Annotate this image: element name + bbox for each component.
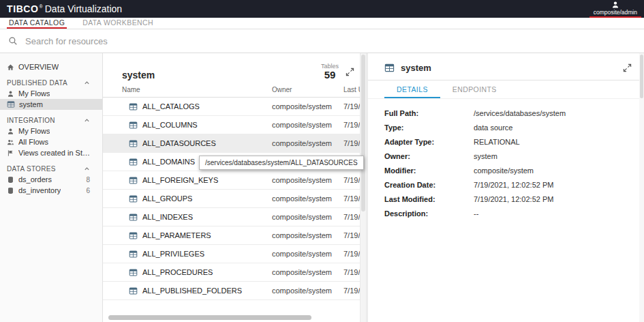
detail-field: Full Path: /services/databases/system [384,109,628,117]
item-count: 8 [86,176,90,184]
row-owner: composite/system [272,287,343,295]
registered-mark: ® [40,4,43,9]
detail-fields: Full Path: /services/databases/system Ty… [368,99,644,218]
field-value: -- [474,209,478,218]
detail-title: system [401,63,431,73]
table-row[interactable]: ALL_PRIVILEGES composite/system 7/19/ [103,245,360,263]
vertical-scrollbar[interactable] [360,53,366,322]
sidebar-section-published-data[interactable]: PUBLISHED DATA [0,77,102,88]
table-icon [129,231,138,240]
row-last-updated: 7/19/ [343,231,360,239]
section-label: PUBLISHED DATA [7,79,67,87]
sidebar-item-my-flows-integration[interactable]: My Flows [0,126,102,136]
vertical-scrollbar-thumb[interactable] [361,55,365,211]
row-last-updated: 7/19/ [343,194,360,203]
sidebar-item-label: Views created in Studio [18,149,90,157]
row-owner: composite/system [272,268,343,276]
row-name: ALL_PARAMETERS [142,231,211,239]
row-owner: composite/system [272,250,343,258]
user-name: composite/admin [594,9,637,16]
table-icon [129,194,138,203]
column-headers: Name Owner Last Up [103,82,360,98]
tab-data-catalog[interactable]: DATA CATALOG [7,18,67,29]
table-row[interactable]: ALL_COLUMNS composite/system 7/19/ [103,116,360,134]
horizontal-scrollbar-thumb[interactable] [108,315,311,320]
detail-header: system [368,53,644,80]
row-last-updated: 7/19/ [343,176,360,184]
search-icon [8,36,18,46]
sidebar-item-overview[interactable]: OVERVIEW [0,61,102,72]
expand-icon[interactable] [344,66,356,78]
path-tooltip: /services/databases/system/ALL_DATASOURC… [199,156,364,170]
table-row[interactable]: ALL_CATALOGS composite/system 7/19/ [103,98,360,116]
detail-panel: system DETAILS ENDPOINTS Full Path: /ser… [368,53,644,322]
table-row[interactable]: ALL_GROUPS composite/system 7/19/ [103,190,360,208]
sidebar-item-all-flows[interactable]: All Flows [0,136,102,147]
expand-icon[interactable] [622,62,633,74]
table-row[interactable]: ALL_INDEXES composite/system 7/19/ [103,208,360,226]
detail-tabs: DETAILS ENDPOINTS [368,80,644,99]
tab-endpoints[interactable]: ENDPOINTS [440,80,509,98]
tab-details[interactable]: DETAILS [384,80,440,98]
detail-field: Last Modified: 7/19/2021, 12:02:52 PM [384,195,628,203]
section-label: DATA STORES [7,165,56,173]
detail-field: Owner: system [384,152,628,160]
sidebar-item-system[interactable]: system [0,99,102,110]
list-meta: Tables 59 [321,63,356,80]
brand-product: Data Virtualization [45,3,122,14]
tab-data-workbench[interactable]: DATA WORKBENCH [80,18,155,29]
detail-scrollbar[interactable] [639,53,644,322]
sidebar-section-integration[interactable]: INTEGRATION [0,115,102,126]
field-value: composite/system [474,166,534,175]
table-row[interactable]: ALL_DATASOURCES composite/system 7/19/ [103,134,360,153]
sidebar-item-views-created-in-studio[interactable]: Views created in Studio [0,147,102,158]
flag-icon [7,149,14,157]
row-last-updated: 7/19/ [343,268,360,276]
table-row[interactable]: ALL_PARAMETERS composite/system 7/19/ [103,226,360,245]
table-icon [129,102,138,111]
row-owner: composite/system [272,121,343,129]
field-label: Adapter Type: [384,138,474,146]
user-menu[interactable]: composite/admin [589,1,641,18]
field-value: RELATIONAL [474,138,520,146]
user-icon [611,1,619,9]
row-name: ALL_PUBLISHED_FOLDERS [142,287,242,295]
column-header-name[interactable]: Name [122,86,272,93]
table-row[interactable]: ALL_PROCEDURES composite/system 7/19/ [103,263,360,282]
sidebar-item-label: All Flows [18,138,48,146]
list-title: system [122,70,155,80]
detail-field: Description: -- [384,209,628,218]
brand-logo: TIBCO ® Data Virtualization [7,3,122,14]
field-value: 7/19/2021, 12:02:52 PM [474,181,553,189]
field-label: Owner: [384,152,474,160]
search-input[interactable] [24,35,636,47]
row-last-updated: 7/19/ [343,139,360,147]
table-row[interactable]: ALL_FOREIGN_KEYS composite/system 7/19/ [103,171,360,190]
column-header-last-updated[interactable]: Last Up [343,86,360,93]
detail-field: Creation Date: 7/19/2021, 12:02:52 PM [384,181,628,189]
sidebar-item-ds-orders[interactable]: ds_orders 8 [0,174,102,185]
table-list-panel: system Tables 59 Name Owner Last Up [103,53,366,322]
detail-scrollbar-thumb[interactable] [640,55,643,98]
table-row[interactable]: ALL_PUBLISHED_FOLDERS composite/system 7… [103,282,360,300]
sidebar-item-label: ds_inventory [18,186,61,194]
content-area: OVERVIEW PUBLISHED DATA My Flows system … [0,53,644,322]
sidebar-item-my-flows-published[interactable]: My Flows [0,88,102,99]
row-owner: composite/system [272,102,343,111]
table-icon [129,158,138,166]
sidebar-item-label: My Flows [18,89,50,98]
row-name: ALL_INDEXES [142,213,193,221]
sidebar-item-label: My Flows [18,127,50,135]
field-label: Creation Date: [384,181,474,189]
person-icon [7,128,14,135]
field-label: Description: [384,209,474,218]
section-label: INTEGRATION [7,117,55,124]
sidebar-item-ds-inventory[interactable]: ds_inventory 6 [0,185,102,196]
sidebar-section-data-stores[interactable]: DATA STORES [0,163,102,174]
column-header-owner[interactable]: Owner [272,86,343,93]
row-owner: composite/system [272,194,343,203]
list-header: system Tables 59 [103,53,360,82]
field-value: system [474,152,497,160]
field-label: Modifier: [384,166,474,175]
field-label: Type: [384,123,474,132]
